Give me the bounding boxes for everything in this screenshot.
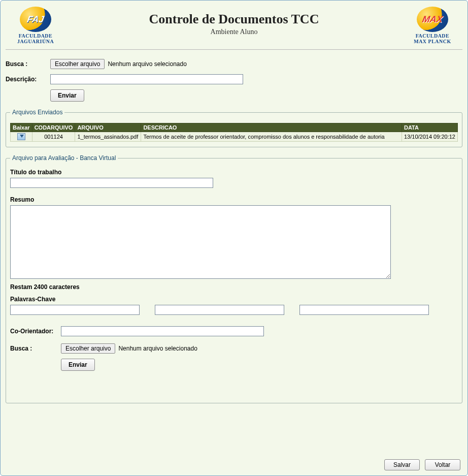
maxplanck-logo-icon: [417, 7, 448, 32]
logo-faj-line1: FACULDADE: [19, 33, 53, 39]
keyword-3-input[interactable]: [299, 305, 429, 315]
logo-faj-line2: JAGUARIÚNA: [17, 39, 54, 44]
choose-file-button-2[interactable]: Escolher arquivo: [61, 343, 115, 354]
arquivos-table: Baixar CODARQUIVO ARQUIVO DESCRICAO DATA…: [10, 123, 458, 142]
col-descricao: DESCRICAO: [141, 123, 402, 132]
palavras-label: Palavras-Chave: [10, 296, 458, 303]
descricao-input[interactable]: [50, 74, 243, 84]
char-counter: Restam 2400 caracteres: [10, 283, 458, 291]
busca-row: Busca : Escolher arquivo Nenhum arquivo …: [6, 59, 462, 69]
enviar2-row: Enviar: [10, 359, 458, 371]
descricao-label: Descrição:: [6, 76, 50, 83]
logo-max-caption: FACULDADE MAX PLANCK: [414, 33, 451, 44]
arquivos-enviados-legend: Arquivos Enviados: [10, 109, 64, 116]
titulo-label: Título do trabalho: [10, 169, 458, 176]
coorient-label: Co-Orientador:: [10, 328, 61, 335]
enviar1-row: Enviar: [6, 89, 462, 102]
file-status-2: Nenhum arquivo selecionado: [118, 345, 197, 352]
descricao-row: Descrição:: [6, 74, 462, 84]
avaliacao-group: Arquivo para Avaliação - Banca Virtual T…: [6, 154, 462, 403]
logo-maxplanck: FACULDADE MAX PLANCK: [405, 7, 460, 44]
cell-cod: 001124: [32, 132, 75, 142]
table-row: 001124 1_termos_assinados.pdf Termos de …: [11, 132, 458, 142]
coorient-input[interactable]: [61, 326, 264, 336]
busca2-label: Busca :: [10, 345, 61, 352]
faj-logo-icon: [20, 7, 51, 32]
titulo-input[interactable]: [10, 178, 213, 188]
resumo-label: Resumo: [10, 196, 458, 203]
header-separator: [6, 49, 462, 50]
keywords-row: [10, 305, 458, 315]
resumo-textarea[interactable]: [10, 205, 391, 279]
voltar-button[interactable]: Voltar: [425, 459, 460, 470]
logo-faj: FACULDADE JAGUARIÚNA: [8, 7, 63, 44]
busca2-row: Busca : Escolher arquivo Nenhum arquivo …: [10, 343, 458, 354]
cell-descricao: Termos de aceite de professor orientador…: [141, 132, 402, 142]
enviar-button-2[interactable]: Enviar: [61, 359, 95, 371]
header: FACULDADE JAGUARIÚNA Controle de Documen…: [6, 5, 462, 44]
col-cod: CODARQUIVO: [32, 123, 75, 132]
col-data: DATA: [402, 123, 458, 132]
avaliacao-legend: Arquivo para Avaliação - Banca Virtual: [10, 154, 118, 162]
logo-faj-caption: FACULDADE JAGUARIÚNA: [17, 33, 54, 44]
download-icon[interactable]: [17, 133, 25, 140]
busca-label: Busca :: [6, 60, 50, 68]
page-subtitle: Ambiente Aluno: [63, 28, 405, 36]
title-block: Controle de Documentos TCC Ambiente Alun…: [63, 7, 405, 36]
keyword-2-input[interactable]: [155, 305, 284, 315]
arquivos-enviados-group: Arquivos Enviados Baixar CODARQUIVO ARQU…: [6, 109, 462, 147]
col-arquivo: ARQUIVO: [75, 123, 141, 132]
coorient-row: Co-Orientador:: [10, 326, 458, 336]
main-panel: FACULDADE JAGUARIÚNA Controle de Documen…: [0, 0, 468, 476]
page-title: Controle de Documentos TCC: [63, 12, 405, 27]
choose-file-button-1[interactable]: Escolher arquivo: [50, 59, 105, 69]
salvar-button[interactable]: Salvar: [384, 459, 420, 470]
file-status-1: Nenhum arquivo selecionado: [108, 60, 186, 68]
enviar-button-1[interactable]: Enviar: [50, 89, 84, 102]
logo-max-line1: FACULDADE: [416, 33, 450, 39]
footer-buttons: Salvar Voltar: [384, 459, 460, 470]
keyword-1-input[interactable]: [10, 305, 140, 315]
logo-max-line2: MAX PLANCK: [414, 39, 451, 44]
cell-data: 13/10/2014 09:20:12: [402, 132, 458, 142]
cell-arquivo: 1_termos_assinados.pdf: [75, 132, 141, 142]
col-baixar: Baixar: [11, 123, 32, 132]
